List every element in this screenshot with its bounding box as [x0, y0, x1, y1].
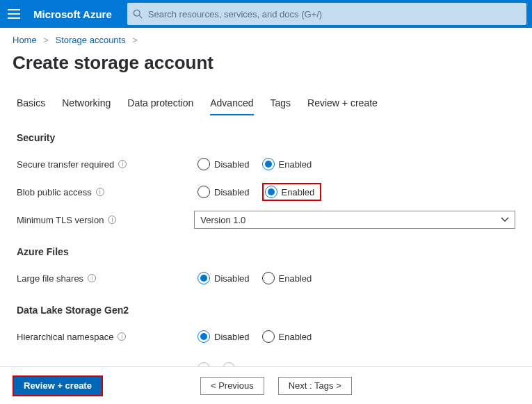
row-large-file-shares: Large file shares i Disabled Enabled	[17, 264, 515, 292]
section-heading-gen2: Data Lake Storage Gen2	[17, 305, 515, 316]
select-tls-version[interactable]: Version 1.0	[194, 211, 515, 229]
breadcrumb-storage-accounts[interactable]: Storage accounts	[56, 35, 126, 45]
chevron-down-icon	[501, 216, 509, 224]
radio-large-shares-disabled[interactable]: Disabled	[198, 272, 250, 284]
review-create-button[interactable]: Review + create	[13, 375, 103, 396]
tab-advanced[interactable]: Advanced	[210, 93, 253, 115]
chevron-right-icon: >	[128, 35, 142, 45]
radio-group-large-shares: Disabled Enabled	[198, 272, 312, 284]
row-blob-public-access: Blob public access i Disabled Enabled	[17, 178, 515, 206]
info-icon[interactable]: i	[96, 188, 104, 196]
search-icon	[133, 9, 143, 19]
breadcrumb: Home > Storage accounts >	[0, 28, 532, 49]
svg-line-1	[139, 15, 142, 18]
label-tls-version: Minimum TLS version	[17, 215, 104, 225]
search-input[interactable]	[148, 9, 521, 19]
radio-hns-enabled[interactable]: Enabled	[262, 330, 312, 343]
radio-group-blob-public: Disabled Enabled	[198, 183, 321, 201]
label-hierarchical-namespace: Hierarchical namespace	[17, 332, 113, 342]
section-heading-azure-files: Azure Files	[17, 246, 515, 257]
tab-tags[interactable]: Tags	[271, 93, 291, 115]
top-bar: Microsoft Azure	[0, 0, 532, 28]
chevron-right-icon: >	[39, 35, 53, 45]
hamburger-menu-icon[interactable]	[0, 0, 28, 28]
previous-button[interactable]: < Previous	[200, 377, 264, 395]
svg-point-0	[134, 10, 140, 16]
tab-networking[interactable]: Networking	[62, 93, 111, 115]
tab-review-create[interactable]: Review + create	[307, 93, 378, 115]
section-heading-security: Security	[17, 132, 515, 143]
radio-secure-transfer-disabled[interactable]: Disabled	[198, 158, 250, 170]
tab-data-protection[interactable]: Data protection	[127, 93, 193, 115]
row-hierarchical-namespace: Hierarchical namespace i Disabled Enable…	[17, 323, 515, 350]
label-blob-public-access: Blob public access	[17, 187, 92, 197]
highlight-blob-public-enabled: Enabled	[262, 183, 322, 201]
label-large-file-shares: Large file shares	[17, 273, 83, 284]
row-secure-transfer: Secure transfer required i Disabled Enab…	[17, 150, 515, 178]
radio-large-shares-enabled[interactable]: Enabled	[262, 272, 312, 284]
radio-secure-transfer-enabled[interactable]: Enabled	[262, 158, 312, 170]
radio-blob-public-disabled[interactable]: Disabled	[198, 186, 250, 198]
footer-bar: Review + create < Previous Next : Tags >	[0, 366, 532, 404]
brand-label: Microsoft Azure	[28, 8, 127, 20]
tabs-bar: Basics Networking Data protection Advanc…	[0, 93, 532, 115]
breadcrumb-home[interactable]: Home	[13, 35, 37, 45]
radio-hns-disabled[interactable]: Disabled	[198, 330, 250, 343]
search-box[interactable]	[127, 3, 526, 25]
select-tls-value: Version 1.0	[200, 215, 245, 225]
radio-blob-public-enabled[interactable]: Enabled	[265, 186, 315, 198]
label-secure-transfer: Secure transfer required	[17, 159, 114, 170]
tab-basics[interactable]: Basics	[17, 93, 45, 115]
page-title: Create storage account	[0, 49, 532, 93]
info-icon[interactable]: i	[118, 332, 126, 341]
row-tls-version: Minimum TLS version i Version 1.0	[17, 206, 515, 234]
radio-group-hns: Disabled Enabled	[198, 330, 312, 343]
info-icon[interactable]: i	[108, 216, 116, 224]
info-icon[interactable]: i	[118, 160, 127, 168]
radio-group-secure-transfer: Disabled Enabled	[198, 158, 312, 170]
info-icon[interactable]: i	[88, 274, 96, 282]
next-button[interactable]: Next : Tags >	[278, 377, 352, 395]
form-advanced: Security Secure transfer required i Disa…	[0, 115, 532, 395]
